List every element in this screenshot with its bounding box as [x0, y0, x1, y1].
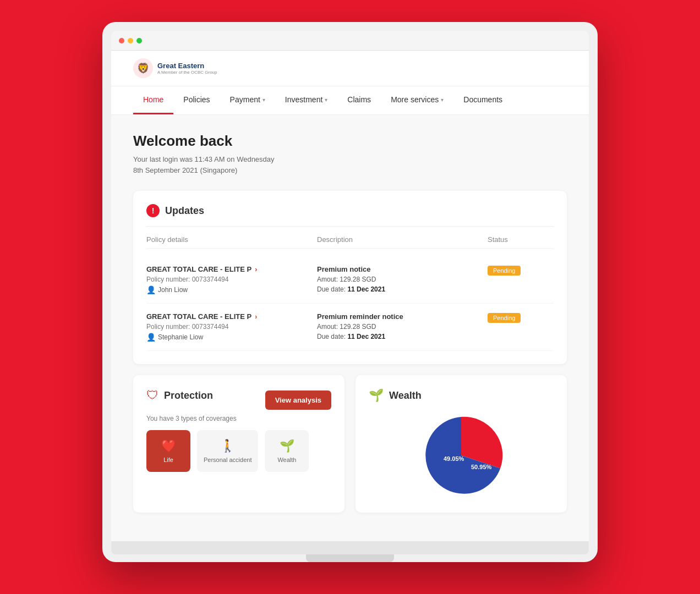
col-policy: Policy details — [146, 235, 317, 244]
welcome-title: Welcome back — [133, 133, 567, 150]
updates-header: ! Updates — [146, 204, 554, 217]
wealth-card: 🌱 Wealth — [356, 375, 567, 513]
person-icon-2: 👤 — [146, 333, 156, 342]
policy-holder-1: 👤 John Liow — [146, 285, 317, 294]
coverage-wealth-label: Wealth — [271, 457, 302, 463]
wealth-coverage-icon: 🌱 — [271, 439, 302, 453]
policy-details-1: GREAT TOTAL CARE - ELITE P › Policy numb… — [146, 265, 317, 294]
protection-card-header: 🛡 Protection — [146, 388, 213, 403]
updates-title: Updates — [165, 205, 204, 217]
table-row: GREAT TOTAL CARE - ELITE P › Policy numb… — [146, 304, 554, 351]
logo[interactable]: 🦁 Great Eastern A Member of the OCBC Gro… — [133, 58, 217, 78]
maximize-dot — [136, 38, 142, 43]
divider — [146, 226, 554, 227]
coverage-personal-accident[interactable]: 🚶 Personal accident — [197, 430, 258, 472]
laptop-frame: 🦁 Great Eastern A Member of the OCBC Gro… — [102, 22, 598, 562]
coverage-life[interactable]: ❤️ Life — [146, 430, 190, 472]
view-analysis-button[interactable]: View analysis — [265, 391, 331, 410]
person-icon-1: 👤 — [146, 285, 156, 294]
payment-chevron: ▾ — [262, 97, 265, 103]
protection-subtitle: You have 3 types of coverages — [146, 415, 331, 422]
close-dot — [119, 38, 124, 43]
nav-documents[interactable]: Documents — [453, 86, 512, 114]
pie-chart-container: 49.05% 50.95% — [369, 411, 554, 499]
desc-amount-2: Amout: 129.28 SGD — [317, 323, 488, 331]
policy-status-1: Pending — [488, 265, 554, 276]
laptop-screen: 🦁 Great Eastern A Member of the OCBC Gro… — [111, 31, 589, 541]
main-content: Welcome back Your last login was 11:43 A… — [111, 115, 589, 541]
svg-text:49.05%: 49.05% — [444, 455, 464, 462]
protection-header: 🛡 Protection View analysis — [146, 388, 331, 411]
svg-text:🦁: 🦁 — [137, 62, 150, 74]
browser-bar — [111, 31, 589, 51]
protection-title: Protection — [164, 390, 213, 402]
policy-number-2: Policy number: 0073374494 — [146, 323, 317, 331]
desc-title-1: Premium notice — [317, 265, 488, 273]
policy-holder-2: 👤 Stephanie Liow — [146, 333, 317, 342]
personal-accident-icon: 🚶 — [204, 439, 251, 453]
coverage-pa-label: Personal accident — [204, 457, 251, 463]
desc-title-2: Premium reminder notice — [317, 312, 488, 321]
desc-due-1: Due date: 11 Dec 2021 — [317, 285, 488, 293]
minimize-dot — [128, 38, 133, 43]
policy-details-2: GREAT TOTAL CARE - ELITE P › Policy numb… — [146, 312, 317, 342]
coverage-wealth[interactable]: 🌱 Wealth — [265, 430, 309, 472]
protection-icon: 🛡 — [146, 388, 158, 403]
nav-payment[interactable]: Payment ▾ — [220, 86, 275, 114]
col-description: Description — [317, 235, 488, 244]
laptop-stand — [306, 554, 394, 562]
nav-policies[interactable]: Policies — [173, 86, 220, 114]
welcome-subtitle: Your last login was 11:43 AM on Wednesda… — [133, 154, 567, 175]
policy-status-2: Pending — [488, 312, 554, 323]
svg-text:50.95%: 50.95% — [471, 464, 492, 470]
nav-more-services[interactable]: More services ▾ — [381, 86, 453, 114]
protection-icons: ❤️ Life 🚶 Personal accident 🌱 Wealth — [146, 430, 331, 472]
more-services-chevron: ▾ — [441, 97, 444, 103]
investment-chevron: ▾ — [325, 97, 327, 103]
policy-desc-1: Premium notice Amout: 129.28 SGD Due dat… — [317, 265, 488, 293]
nav-investment[interactable]: Investment ▾ — [275, 86, 337, 114]
site-header: 🦁 Great Eastern A Member of the OCBC Gro… — [111, 51, 589, 86]
desc-amount-1: Amout: 129.28 SGD — [317, 276, 488, 283]
nav-bar: Home Policies Payment ▾ Investment ▾ Cla… — [111, 86, 589, 115]
logo-sub: A Member of the OCBC Group — [157, 70, 217, 75]
policy-link-icon-1: › — [255, 266, 257, 273]
protection-card: 🛡 Protection View analysis You have 3 ty… — [133, 375, 344, 513]
policy-link-icon-2: › — [255, 313, 257, 321]
policy-desc-2: Premium reminder notice Amout: 129.28 SG… — [317, 312, 488, 340]
wealth-header: 🌱 Wealth — [369, 388, 554, 403]
logo-text: Great Eastern — [157, 62, 217, 70]
status-badge-2: Pending — [488, 313, 521, 323]
policy-number-1: Policy number: 0073374494 — [146, 276, 317, 283]
desc-due-2: Due date: 11 Dec 2021 — [317, 333, 488, 340]
table-row: GREAT TOTAL CARE - ELITE P › Policy numb… — [146, 256, 554, 304]
status-badge-1: Pending — [488, 266, 521, 276]
table-header: Policy details Description Status — [146, 235, 554, 249]
wealth-pie-chart: 49.05% 50.95% — [412, 411, 511, 499]
policy-name-2[interactable]: GREAT TOTAL CARE - ELITE P › — [146, 312, 317, 321]
updates-card: ! Updates Policy details Description Sta… — [133, 191, 567, 364]
bottom-cards: 🛡 Protection View analysis You have 3 ty… — [133, 375, 567, 524]
nav-home[interactable]: Home — [133, 86, 173, 114]
col-status: Status — [488, 235, 554, 244]
coverage-life-label: Life — [153, 457, 184, 463]
great-eastern-logo-icon: 🦁 — [133, 58, 153, 78]
wealth-title: Wealth — [389, 390, 422, 402]
life-icon: ❤️ — [153, 439, 184, 453]
laptop-bottom — [111, 541, 589, 554]
policy-name-1[interactable]: GREAT TOTAL CARE - ELITE P › — [146, 265, 317, 273]
alert-icon: ! — [146, 204, 160, 217]
nav-claims[interactable]: Claims — [337, 86, 381, 114]
screen-wrapper: 🦁 Great Eastern A Member of the OCBC Gro… — [0, 0, 700, 594]
wealth-icon: 🌱 — [369, 388, 384, 403]
